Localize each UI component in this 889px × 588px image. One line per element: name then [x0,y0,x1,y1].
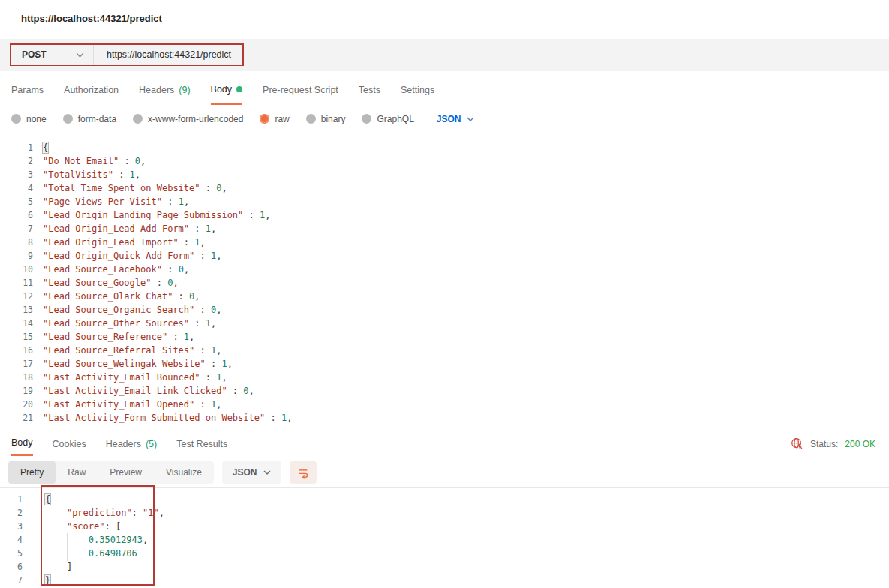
code-line[interactable]: 20"Last Activity_Email Opened" : 1, [0,398,889,411]
code-text: "Lead Source_Referral Sites" : 1, [43,344,221,357]
code-text: "Lead Source_Other Sources" : 1, [43,316,216,330]
tab-headers[interactable]: Headers(9) [139,81,191,105]
chevron-down-icon [263,470,271,475]
radio-icon [362,114,371,124]
code-line[interactable]: 14"Lead Source_Other Sources" : 1, [0,316,889,330]
code-line[interactable]: 16"Lead Source_Referral Sites" : 1, [0,344,889,357]
tab-label: Pre-request Script [263,85,338,95]
view-preview[interactable]: Preview [98,461,154,484]
mode-graphql[interactable]: GraphQL [362,114,413,124]
tab-params[interactable]: Params [11,81,44,105]
request-tabs: Params Authorization Headers(9) Body Pre… [0,70,889,105]
line-number: 12 [0,290,33,303]
annotation-box-request: POST https://localhost:44321/predict [10,44,244,66]
line-number: 11 [0,276,33,290]
line-number: 3 [0,168,33,182]
headers-count: (5) [146,439,157,449]
line-number: 14 [0,316,33,330]
line-number: 2 [0,506,23,520]
code-text: "Lead Source_Google" : 0, [43,276,179,290]
response-section: Body Cookies Headers(5) Test Results Sta… [0,428,889,587]
code-text: "Lead Source_Facebook" : 0, [43,262,189,276]
response-tab-body[interactable]: Body [11,437,33,456]
body-mode-row: none form-data x-www-form-urlencoded raw… [0,105,889,134]
request-language-select[interactable]: JSON [437,114,474,124]
code-line[interactable]: 13"Lead Source_Organic Search" : 0, [0,303,889,316]
code-text: "Do Not Email" : 0, [43,154,146,168]
radio-icon [11,114,21,124]
wrap-text-icon [296,466,310,479]
view-visualize[interactable]: Visualize [154,461,214,484]
line-number: 1 [0,141,33,154]
response-language-select[interactable]: JSON [222,461,281,484]
response-tab-cookies[interactable]: Cookies [53,437,86,456]
code-line[interactable]: 5"Page Views Per Visit" : 1, [0,195,889,208]
code-line[interactable]: 6"Lead Origin_Landing Page Submission" :… [0,208,889,222]
tab-body[interactable]: Body [211,81,243,105]
code-text: { [45,493,50,506]
code-line[interactable]: 3"TotalVisits" : 1, [0,168,889,182]
response-tab-test-results[interactable]: Test Results [176,437,227,456]
code-text: "Lead Source_Welingak Website" : 1, [43,357,233,370]
indent-guide [67,533,68,561]
response-tabs-row: Body Cookies Headers(5) Test Results Sta… [0,428,889,457]
code-line[interactable]: 1{ [0,493,889,506]
chevron-down-icon [76,52,84,58]
code-line[interactable]: 7"Lead Origin_Lead Add Form" : 1, [0,222,889,236]
tab-authorization[interactable]: Authorization [64,81,119,105]
code-line[interactable]: 2 "prediction": "1", [0,506,889,520]
mode-none[interactable]: none [11,114,47,124]
mode-binary[interactable]: binary [306,114,346,124]
code-line[interactable]: 8"Lead Origin_Lead Import" : 1, [0,236,889,249]
tab-settings[interactable]: Settings [401,81,434,105]
code-text: "Lead Origin_Lead Add Form" : 1, [43,222,216,236]
mode-label: x-www-form-urlencoded [148,114,243,124]
code-text: "TotalVisits" : 1, [43,168,140,182]
line-number: 5 [0,195,33,208]
response-toolbar: Pretty Raw Preview Visualize JSON [0,457,889,488]
code-line[interactable]: 9"Lead Origin_Quick Add Form" : 1, [0,249,889,262]
code-line[interactable]: 4"Total Time Spent on Website" : 0, [0,182,889,195]
code-line[interactable]: 5 0.6498706 [0,547,889,560]
response-body-editor[interactable]: 1{2 "prediction": "1",3 "score": [4 0.35… [0,488,889,587]
mode-raw[interactable]: raw [260,114,289,124]
line-number: 1 [0,493,23,506]
code-line[interactable]: 18"Last Activity_Email Bounced" : 1, [0,370,889,384]
mode-x-www-form-urlencoded[interactable]: x-www-form-urlencoded [133,114,243,124]
mode-label: none [26,114,47,124]
wrap-text-button[interactable] [290,461,317,484]
view-pretty[interactable]: Pretty [8,461,56,484]
code-line[interactable]: 17"Lead Source_Welingak Website" : 1, [0,357,889,370]
code-line[interactable]: 10"Lead Source_Facebook" : 0, [0,262,889,276]
code-text: 0.35012943, [45,533,148,547]
code-line[interactable]: 11"Lead Source_Google" : 0, [0,276,889,290]
url-input[interactable]: https://localhost:44321/predict [94,50,231,60]
tab-pre-request-script[interactable]: Pre-request Script [263,81,338,105]
code-text: 0.6498706 [45,547,137,560]
code-line[interactable]: 3 "score": [ [0,520,889,533]
code-line[interactable]: 1{ [0,141,889,154]
line-number: 21 [0,411,33,424]
code-line[interactable]: 7} [0,574,889,587]
code-line[interactable]: 19"Last Activity_Email Link Clicked" : 0… [0,384,889,398]
tab-label: Test Results [176,439,227,449]
mode-form-data[interactable]: form-data [63,114,116,124]
line-number: 6 [0,208,33,222]
request-body-editor[interactable]: 1{2"Do Not Email" : 0,3"TotalVisits" : 1… [0,134,889,428]
line-number: 16 [0,344,33,357]
code-line[interactable]: 15"Lead Source_Reference" : 1, [0,330,889,344]
network-warning-icon[interactable] [791,437,803,450]
view-raw[interactable]: Raw [56,461,98,484]
response-tab-headers[interactable]: Headers(5) [106,437,158,456]
line-number: 10 [0,262,33,276]
tab-tests[interactable]: Tests [359,81,380,105]
code-line[interactable]: 21"Last Activity_Form Submitted on Websi… [0,411,889,424]
line-number: 5 [0,547,23,560]
code-line[interactable]: 4 0.35012943, [0,533,889,547]
code-line[interactable]: 6 ] [0,560,889,574]
mode-label: raw [275,114,289,124]
method-select[interactable]: POST [11,45,94,64]
code-line[interactable]: 2"Do Not Email" : 0, [0,154,889,168]
code-line[interactable]: 12"Lead Source_Olark Chat" : 0, [0,290,889,303]
line-number: 3 [0,520,23,533]
